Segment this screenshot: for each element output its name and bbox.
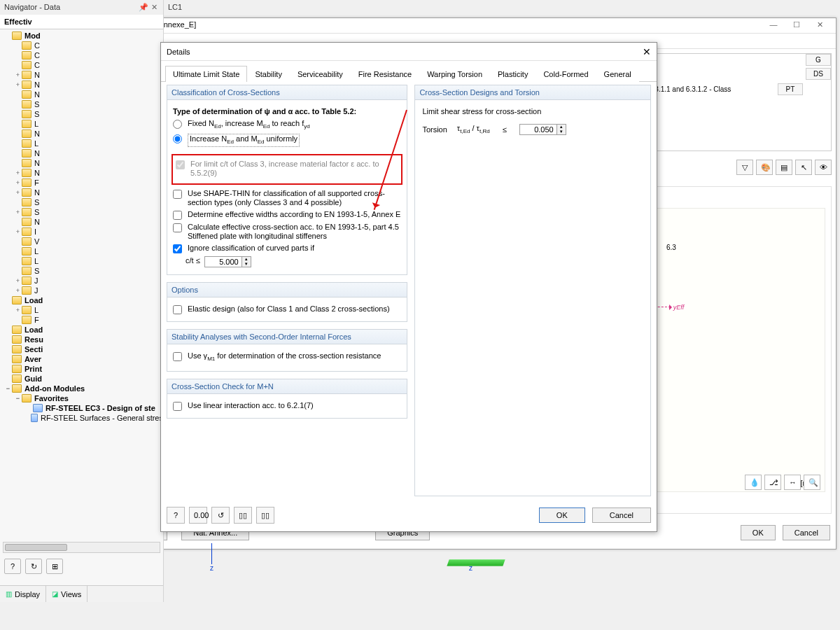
tree-row[interactable]: C bbox=[1, 41, 163, 50]
pin-icon[interactable]: 📌 bbox=[137, 3, 150, 11]
tree-row[interactable]: L bbox=[1, 246, 163, 256]
ct-spinner[interactable]: ▲▼ bbox=[204, 256, 251, 267]
tree-row[interactable]: S bbox=[1, 99, 163, 109]
units-icon[interactable]: 0.00 bbox=[189, 507, 207, 524]
tree-row[interactable]: +L bbox=[1, 305, 163, 315]
tree-row[interactable]: +N bbox=[1, 188, 163, 197]
tree-row[interactable]: +I bbox=[1, 227, 163, 237]
chk-elastic[interactable] bbox=[173, 305, 182, 314]
query-icon[interactable]: 🔍 bbox=[804, 475, 820, 490]
chk-annex-e-label: Determine effective widths according to … bbox=[188, 210, 400, 219]
tree-row[interactable]: F bbox=[1, 315, 163, 325]
axis-icon[interactable]: ⎇ bbox=[764, 475, 781, 490]
spin-down-icon[interactable]: ▼ bbox=[557, 130, 566, 134]
spin-up-icon[interactable]: ▲ bbox=[557, 125, 566, 130]
palette-icon[interactable]: 🎨 bbox=[756, 160, 773, 175]
tree-row[interactable]: Secti bbox=[1, 344, 163, 354]
chk-shape-thin[interactable] bbox=[173, 190, 182, 199]
tree-row[interactable]: +J bbox=[1, 286, 163, 295]
cancel-button[interactable]: Cancel bbox=[783, 525, 830, 540]
torsion-spinner[interactable]: ▲▼ bbox=[519, 124, 566, 135]
chk-curved[interactable] bbox=[173, 244, 182, 253]
group-classification-title: Classification of Cross-Sections bbox=[167, 85, 407, 100]
dialog-ok-button[interactable]: OK bbox=[539, 507, 585, 523]
tree-row[interactable]: N bbox=[1, 158, 163, 168]
tree-row[interactable]: L bbox=[1, 139, 163, 148]
filter-icon[interactable]: ▽ bbox=[736, 160, 753, 175]
drop-icon[interactable]: 💧 bbox=[745, 475, 762, 490]
ct-value[interactable] bbox=[205, 257, 241, 267]
chk-stiffened[interactable] bbox=[173, 223, 182, 232]
tree-row[interactable]: S bbox=[1, 197, 163, 207]
tree-row[interactable]: Aver bbox=[1, 354, 163, 364]
tab-warping[interactable]: Warping Torsion bbox=[419, 66, 490, 82]
tree-row[interactable]: −Add-on Modules bbox=[1, 384, 163, 393]
tree-row[interactable]: Guid bbox=[1, 374, 163, 384]
torsion-value[interactable] bbox=[520, 125, 556, 134]
tree-row[interactable]: L bbox=[1, 256, 163, 266]
help-icon[interactable]: ? bbox=[4, 559, 21, 574]
tree-row[interactable]: −Favorites bbox=[1, 393, 163, 403]
tree-row[interactable]: +F bbox=[1, 178, 163, 188]
eye-icon[interactable]: 👁 bbox=[815, 160, 832, 175]
tree-row[interactable]: V bbox=[1, 237, 163, 246]
chk-annex-e[interactable] bbox=[173, 211, 182, 220]
tree-row[interactable]: RF-STEEL EC3 - Design of ste bbox=[1, 403, 163, 413]
profile2-icon[interactable]: ▯▯ bbox=[256, 507, 274, 524]
tree-row[interactable]: L bbox=[1, 119, 163, 129]
minimize-icon[interactable]: — bbox=[763, 20, 784, 29]
tree-row[interactable]: RF-STEEL Surfaces - General stres bbox=[1, 413, 163, 423]
chk-linear-interaction[interactable] bbox=[173, 402, 182, 411]
nav-tab-display[interactable]: ▥Display bbox=[0, 586, 46, 602]
dim-icon[interactable]: ↔ bbox=[784, 475, 801, 490]
close-navigator-icon[interactable]: ✕ bbox=[150, 3, 159, 11]
nav-tab-views[interactable]: ◪Views bbox=[46, 586, 88, 602]
tree-row[interactable]: +N bbox=[1, 168, 163, 178]
tree-row[interactable]: +N bbox=[1, 80, 163, 90]
maximize-icon[interactable]: ☐ bbox=[786, 20, 807, 29]
tree-row[interactable]: Mod bbox=[1, 31, 163, 41]
tab-plasticity[interactable]: Plasticity bbox=[490, 66, 536, 82]
close-icon[interactable]: ✕ bbox=[809, 20, 830, 29]
tree-row[interactable]: N bbox=[1, 217, 163, 227]
expand-icon[interactable]: ⊞ bbox=[46, 559, 63, 574]
tab-stability[interactable]: Stability bbox=[247, 66, 290, 82]
chk-gamma-m1-label: Use γM1 for determination of the cross-s… bbox=[188, 351, 381, 363]
tab-general[interactable]: General bbox=[596, 66, 639, 82]
tree-row[interactable]: Load bbox=[1, 295, 163, 305]
tree-row[interactable]: N bbox=[1, 148, 163, 158]
tab-serviceability[interactable]: Serviceability bbox=[290, 66, 351, 82]
radio-increase-uniform[interactable] bbox=[173, 134, 182, 144]
tree-row[interactable]: C bbox=[1, 60, 163, 70]
pick-icon[interactable]: ↖ bbox=[795, 160, 812, 175]
tree-row[interactable]: S bbox=[1, 109, 163, 119]
tree-row[interactable]: +S bbox=[1, 207, 163, 217]
navigator-scrollbar[interactable] bbox=[3, 542, 160, 553]
tree-row[interactable]: +N bbox=[1, 70, 163, 80]
refresh-icon[interactable]: ↻ bbox=[25, 559, 42, 574]
chk-gamma-m1[interactable] bbox=[173, 352, 182, 361]
tree-row[interactable]: S bbox=[1, 266, 163, 276]
tab-fire[interactable]: Fire Resistance bbox=[351, 66, 419, 82]
navigator-tree[interactable]: ModCCC+N+NNSSLNLNN+N+F+NS+SN+IVLLS+J+JLo… bbox=[0, 29, 163, 561]
tree-row[interactable]: +J bbox=[1, 276, 163, 286]
tree-row[interactable]: N bbox=[1, 90, 163, 99]
spin-up-icon[interactable]: ▲ bbox=[242, 257, 251, 262]
tree-row[interactable]: N bbox=[1, 129, 163, 139]
reset-icon[interactable]: ↺ bbox=[211, 507, 230, 524]
help-icon[interactable]: ? bbox=[167, 507, 185, 524]
dialog-close-icon[interactable]: ✕ bbox=[643, 46, 651, 57]
radio-fixed-ned[interactable] bbox=[173, 120, 182, 129]
dialog-cancel-button[interactable]: Cancel bbox=[592, 507, 651, 523]
ok-button[interactable]: OK bbox=[741, 525, 776, 540]
tree-row[interactable]: Print bbox=[1, 364, 163, 374]
tab-coldformed[interactable]: Cold-Formed bbox=[536, 66, 596, 82]
tree-row[interactable]: Resu bbox=[1, 335, 163, 344]
tab-uls[interactable]: Ultimate Limit State bbox=[165, 66, 247, 82]
navigator-tab[interactable]: Effectiv bbox=[0, 15, 163, 29]
export-icon[interactable]: ▤ bbox=[776, 160, 792, 175]
tree-row[interactable]: Load bbox=[1, 325, 163, 335]
spin-down-icon[interactable]: ▼ bbox=[242, 262, 251, 267]
tree-row[interactable]: C bbox=[1, 50, 163, 60]
profile1-icon[interactable]: ▯▯ bbox=[234, 507, 252, 524]
